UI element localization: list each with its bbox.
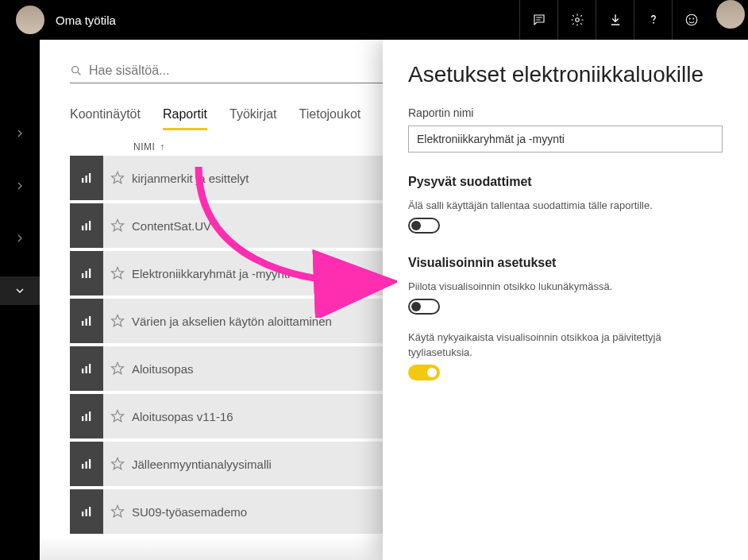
visual-desc-2: Käytä nykyaikaista visualisoinnin otsikk… (408, 330, 723, 359)
tab-reports[interactable]: Raportit (163, 107, 207, 130)
report-icon (70, 394, 103, 438)
svg-rect-21 (89, 316, 91, 326)
topbar: Oma työtila (0, 0, 748, 40)
visual-settings-section: Visualisoinnin asetukset (408, 256, 723, 270)
report-icon (70, 442, 103, 486)
svg-point-5 (72, 67, 79, 73)
report-name: Aloitusopas (132, 362, 194, 376)
visual-desc-1: Piilota visualisoinnin otsikko lukunäkym… (408, 280, 723, 294)
svg-rect-9 (89, 173, 91, 183)
svg-marker-10 (112, 172, 124, 183)
sort-arrow-icon: ↑ (160, 141, 165, 153)
svg-rect-8 (86, 176, 87, 183)
favorite-star-icon[interactable] (103, 457, 132, 471)
svg-point-3 (688, 18, 690, 20)
svg-point-0 (575, 18, 579, 22)
svg-rect-27 (82, 416, 83, 421)
svg-rect-25 (89, 364, 91, 373)
report-icon (70, 156, 103, 200)
download-icon[interactable] (596, 0, 634, 40)
svg-rect-29 (89, 411, 91, 421)
svg-rect-11 (82, 226, 83, 230)
report-name: Aloitusopas v11-16 (132, 410, 233, 423)
tab-dashboards[interactable]: Koontinäytöt (70, 107, 141, 130)
chat-icon[interactable] (519, 0, 557, 40)
svg-marker-22 (112, 315, 124, 326)
report-name: ContentSat.UV (132, 219, 211, 233)
report-name-input[interactable] (408, 126, 723, 153)
persistent-filters-section: Pysyvät suodattimet (408, 175, 723, 189)
filters-description: Älä salli käyttäjän tallentaa suodattimi… (408, 199, 723, 213)
svg-rect-32 (86, 462, 87, 469)
nav-rail (0, 40, 40, 560)
report-name: SU09-työasemademo (132, 505, 247, 519)
favorite-star-icon[interactable] (103, 361, 132, 376)
svg-point-2 (686, 14, 697, 25)
report-name: Jälleenmyyntianalyysimalli (132, 458, 272, 471)
svg-rect-28 (86, 414, 87, 421)
svg-rect-12 (86, 223, 87, 230)
favorite-star-icon[interactable] (103, 314, 132, 328)
filters-toggle[interactable] (408, 218, 440, 234)
hide-header-toggle[interactable] (408, 299, 440, 315)
svg-rect-35 (82, 512, 83, 516)
nav-collapse[interactable] (0, 276, 40, 305)
report-icon (70, 251, 103, 295)
report-name: kirjanmerkit ja esittelyt (132, 172, 249, 185)
report-name-label: Raportin nimi (408, 106, 723, 119)
svg-rect-15 (82, 273, 83, 278)
report-name: Elektroniikkaryhmät ja -myynti (132, 267, 290, 280)
svg-rect-24 (86, 366, 87, 373)
favorite-star-icon[interactable] (103, 504, 132, 519)
search-icon (70, 64, 83, 77)
favorite-star-icon[interactable] (103, 171, 132, 185)
svg-line-6 (78, 72, 80, 75)
svg-marker-30 (112, 411, 124, 422)
svg-marker-26 (112, 363, 124, 374)
avatar[interactable] (16, 6, 44, 34)
panel-title: Asetukset elektroniikkaluokille (408, 62, 723, 87)
modern-header-toggle[interactable] (408, 365, 440, 380)
column-header-label: NIMI (133, 141, 155, 153)
svg-rect-23 (82, 369, 83, 373)
svg-rect-37 (89, 507, 91, 516)
report-icon (70, 346, 103, 391)
favorite-star-icon[interactable] (103, 218, 132, 233)
svg-rect-33 (89, 459, 91, 469)
favorite-star-icon[interactable] (103, 266, 132, 280)
smiley-icon[interactable] (672, 0, 710, 40)
tab-datasets[interactable]: Tietojoukot (299, 107, 361, 130)
svg-rect-7 (82, 178, 83, 183)
svg-marker-18 (112, 268, 124, 279)
svg-rect-31 (82, 464, 83, 469)
svg-rect-17 (89, 268, 91, 278)
topbar-actions (519, 0, 748, 40)
svg-marker-38 (112, 506, 124, 517)
svg-point-1 (653, 22, 654, 24)
user-avatar[interactable] (716, 0, 745, 29)
svg-marker-14 (112, 220, 124, 231)
report-icon (70, 489, 103, 534)
gear-icon[interactable] (557, 0, 596, 40)
report-icon (70, 203, 103, 248)
nav-expand-3[interactable] (0, 224, 40, 253)
svg-rect-13 (89, 221, 91, 230)
workspace-title: Oma työtila (56, 14, 519, 27)
favorite-star-icon[interactable] (103, 409, 132, 423)
tab-workbooks[interactable]: Työkirjat (229, 107, 277, 130)
nav-expand-2[interactable] (0, 172, 40, 200)
svg-rect-19 (82, 321, 83, 326)
nav-expand-1[interactable] (0, 119, 40, 148)
svg-marker-34 (112, 458, 124, 469)
svg-rect-36 (86, 509, 87, 516)
report-icon (70, 299, 103, 343)
report-name: Värien ja akselien käytön aloittaminen (132, 315, 332, 328)
svg-rect-20 (86, 319, 87, 326)
svg-rect-16 (86, 271, 87, 278)
svg-point-4 (692, 18, 694, 20)
settings-panel: Asetukset elektroniikkaluokille Raportin… (383, 40, 748, 560)
help-icon[interactable] (634, 0, 672, 40)
